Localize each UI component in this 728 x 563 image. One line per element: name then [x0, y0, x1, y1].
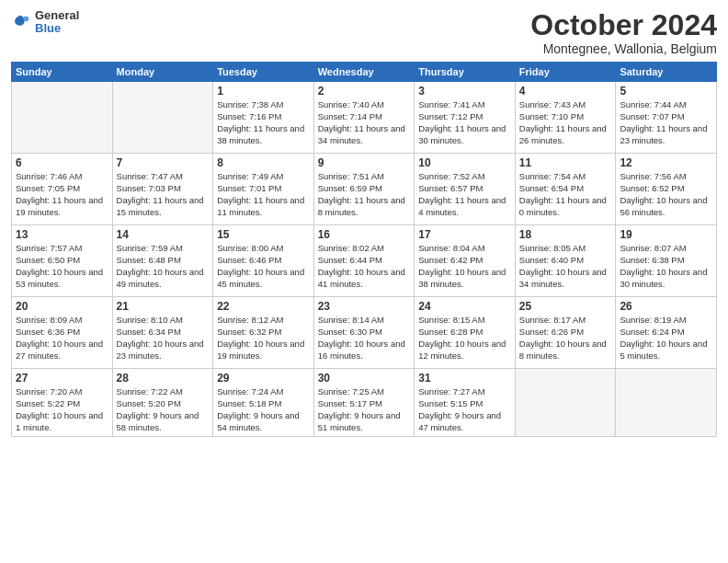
table-row: 8Sunrise: 7:49 AM Sunset: 7:01 PM Daylig…: [213, 154, 314, 225]
day-number: 1: [217, 85, 310, 98]
table-row: 23Sunrise: 8:14 AM Sunset: 6:30 PM Dayli…: [313, 297, 415, 369]
day-info: Sunrise: 8:09 AM Sunset: 6:36 PM Dayligh…: [16, 315, 108, 362]
table-row: 2Sunrise: 7:40 AM Sunset: 7:14 PM Daylig…: [313, 82, 415, 154]
table-row: 1Sunrise: 7:38 AM Sunset: 7:16 PM Daylig…: [213, 82, 314, 154]
table-row: 17Sunrise: 8:04 AM Sunset: 6:42 PM Dayli…: [415, 225, 516, 297]
day-number: 20: [16, 300, 108, 313]
day-number: 3: [418, 85, 511, 98]
col-tuesday: Tuesday: [213, 63, 314, 82]
table-row: 24Sunrise: 8:15 AM Sunset: 6:28 PM Dayli…: [415, 297, 516, 369]
day-number: 10: [418, 156, 511, 169]
day-info: Sunrise: 7:44 AM Sunset: 7:07 PM Dayligh…: [620, 99, 712, 146]
table-row: 31Sunrise: 7:27 AM Sunset: 5:15 PM Dayli…: [415, 369, 516, 437]
day-number: 12: [620, 156, 712, 169]
day-number: 22: [217, 300, 310, 313]
day-info: Sunrise: 8:00 AM Sunset: 6:46 PM Dayligh…: [217, 243, 310, 290]
day-number: 2: [318, 85, 411, 98]
day-info: Sunrise: 8:02 AM Sunset: 6:44 PM Dayligh…: [318, 243, 411, 290]
day-number: 5: [620, 85, 712, 98]
table-row: 12Sunrise: 7:56 AM Sunset: 6:52 PM Dayli…: [616, 154, 717, 225]
day-info: Sunrise: 7:47 AM Sunset: 7:03 PM Dayligh…: [117, 171, 210, 218]
table-row: [12, 82, 113, 154]
table-row: 19Sunrise: 8:07 AM Sunset: 6:38 PM Dayli…: [616, 225, 717, 297]
day-number: 30: [318, 372, 411, 385]
day-number: 11: [519, 156, 612, 169]
day-info: Sunrise: 7:51 AM Sunset: 6:59 PM Dayligh…: [318, 171, 411, 218]
table-row: 29Sunrise: 7:24 AM Sunset: 5:18 PM Dayli…: [213, 369, 314, 437]
table-row: 4Sunrise: 7:43 AM Sunset: 7:10 PM Daylig…: [515, 82, 616, 154]
table-row: 7Sunrise: 7:47 AM Sunset: 7:03 PM Daylig…: [112, 154, 213, 225]
table-row: 26Sunrise: 8:19 AM Sunset: 6:24 PM Dayli…: [616, 297, 717, 369]
week-row-4: 20Sunrise: 8:09 AM Sunset: 6:36 PM Dayli…: [12, 297, 717, 369]
day-info: Sunrise: 7:57 AM Sunset: 6:50 PM Dayligh…: [16, 243, 108, 290]
col-saturday: Saturday: [616, 63, 717, 82]
day-number: 21: [117, 300, 210, 313]
day-number: 14: [117, 228, 210, 241]
col-monday: Monday: [112, 63, 213, 82]
logo-general-text: General: [35, 9, 79, 22]
title-block: October 2024 Montegnee, Wallonia, Belgiu…: [530, 9, 717, 56]
table-row: 9Sunrise: 7:51 AM Sunset: 6:59 PM Daylig…: [313, 154, 415, 225]
day-info: Sunrise: 7:27 AM Sunset: 5:15 PM Dayligh…: [418, 386, 511, 433]
table-row: 27Sunrise: 7:20 AM Sunset: 5:22 PM Dayli…: [12, 369, 113, 437]
logo: General Blue: [11, 9, 79, 36]
day-number: 6: [16, 156, 108, 169]
day-info: Sunrise: 7:38 AM Sunset: 7:16 PM Dayligh…: [217, 99, 310, 146]
table-row: 6Sunrise: 7:46 AM Sunset: 7:05 PM Daylig…: [12, 154, 113, 225]
day-info: Sunrise: 8:05 AM Sunset: 6:40 PM Dayligh…: [519, 243, 612, 290]
table-row: 25Sunrise: 8:17 AM Sunset: 6:26 PM Dayli…: [515, 297, 616, 369]
table-row: 5Sunrise: 7:44 AM Sunset: 7:07 PM Daylig…: [616, 82, 717, 154]
table-row: 30Sunrise: 7:25 AM Sunset: 5:17 PM Dayli…: [313, 369, 415, 437]
day-info: Sunrise: 7:24 AM Sunset: 5:18 PM Dayligh…: [217, 386, 310, 433]
day-number: 4: [519, 85, 612, 98]
calendar-table: Sunday Monday Tuesday Wednesday Thursday…: [11, 62, 717, 437]
day-info: Sunrise: 7:43 AM Sunset: 7:10 PM Dayligh…: [519, 99, 612, 146]
table-row: 14Sunrise: 7:59 AM Sunset: 6:48 PM Dayli…: [112, 225, 213, 297]
day-info: Sunrise: 7:40 AM Sunset: 7:14 PM Dayligh…: [318, 99, 411, 146]
day-info: Sunrise: 8:15 AM Sunset: 6:28 PM Dayligh…: [418, 315, 511, 362]
day-info: Sunrise: 7:54 AM Sunset: 6:54 PM Dayligh…: [519, 171, 612, 218]
table-row: 28Sunrise: 7:22 AM Sunset: 5:20 PM Dayli…: [112, 369, 213, 437]
table-row: 21Sunrise: 8:10 AM Sunset: 6:34 PM Dayli…: [112, 297, 213, 369]
day-number: 7: [117, 156, 210, 169]
table-row: 16Sunrise: 8:02 AM Sunset: 6:44 PM Dayli…: [313, 225, 415, 297]
header: General Blue October 2024 Montegnee, Wal…: [11, 9, 717, 56]
col-wednesday: Wednesday: [313, 63, 415, 82]
table-row: 11Sunrise: 7:54 AM Sunset: 6:54 PM Dayli…: [515, 154, 616, 225]
day-number: 16: [318, 228, 411, 241]
col-sunday: Sunday: [12, 63, 113, 82]
col-friday: Friday: [515, 63, 616, 82]
day-info: Sunrise: 8:07 AM Sunset: 6:38 PM Dayligh…: [620, 243, 712, 290]
day-info: Sunrise: 8:14 AM Sunset: 6:30 PM Dayligh…: [318, 315, 411, 362]
day-info: Sunrise: 7:22 AM Sunset: 5:20 PM Dayligh…: [117, 386, 210, 433]
day-info: Sunrise: 7:52 AM Sunset: 6:57 PM Dayligh…: [418, 171, 511, 218]
day-info: Sunrise: 7:49 AM Sunset: 7:01 PM Dayligh…: [217, 171, 310, 218]
main-title: October 2024: [530, 9, 717, 41]
week-row-2: 6Sunrise: 7:46 AM Sunset: 7:05 PM Daylig…: [12, 154, 717, 225]
day-number: 26: [620, 300, 712, 313]
table-row: [616, 369, 717, 437]
day-info: Sunrise: 8:17 AM Sunset: 6:26 PM Dayligh…: [519, 315, 612, 362]
day-number: 9: [318, 156, 411, 169]
day-info: Sunrise: 7:59 AM Sunset: 6:48 PM Dayligh…: [117, 243, 210, 290]
table-row: [112, 82, 213, 154]
calendar-header-row: Sunday Monday Tuesday Wednesday Thursday…: [12, 63, 717, 82]
day-number: 8: [217, 156, 310, 169]
day-info: Sunrise: 8:19 AM Sunset: 6:24 PM Dayligh…: [620, 315, 712, 362]
logo-text: General Blue: [35, 9, 79, 36]
table-row: 13Sunrise: 7:57 AM Sunset: 6:50 PM Dayli…: [12, 225, 113, 297]
day-info: Sunrise: 8:10 AM Sunset: 6:34 PM Dayligh…: [117, 315, 210, 362]
day-number: 19: [620, 228, 712, 241]
day-number: 13: [16, 228, 108, 241]
day-number: 27: [16, 372, 108, 385]
day-info: Sunrise: 7:25 AM Sunset: 5:17 PM Dayligh…: [318, 386, 411, 433]
page: General Blue October 2024 Montegnee, Wal…: [0, 0, 728, 563]
table-row: [515, 369, 616, 437]
day-info: Sunrise: 7:41 AM Sunset: 7:12 PM Dayligh…: [418, 99, 511, 146]
day-info: Sunrise: 8:04 AM Sunset: 6:42 PM Dayligh…: [418, 243, 511, 290]
day-info: Sunrise: 8:12 AM Sunset: 6:32 PM Dayligh…: [217, 315, 310, 362]
day-number: 15: [217, 228, 310, 241]
logo-blue-text: Blue: [35, 22, 79, 35]
day-info: Sunrise: 7:20 AM Sunset: 5:22 PM Dayligh…: [16, 386, 108, 433]
day-number: 29: [217, 372, 310, 385]
